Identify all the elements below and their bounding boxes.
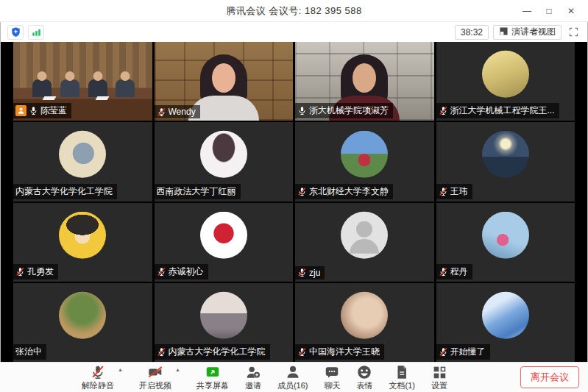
chat-button-label: 聊天 (324, 380, 340, 391)
participant-name-tag: 西南政法大学丁红丽 (155, 184, 241, 199)
docs-button-label: 文档(1) (389, 380, 414, 391)
participant-name-tag: 孔勇发 (13, 264, 58, 279)
participant-tile[interactable]: 陈莹蓝 (13, 42, 152, 121)
participant-name-tag: 程丹 (436, 264, 472, 279)
mic-muted-icon (297, 347, 307, 357)
participant-name: 赤诚初心 (169, 266, 204, 278)
participant-name: 程丹 (450, 266, 468, 278)
participant-tile[interactable]: 东北财经大学李文静 (295, 122, 434, 201)
speaker-view-button[interactable]: 演讲者视图 (493, 25, 562, 40)
settings-grid-icon (431, 364, 447, 380)
chat-button-group: 聊天 (324, 364, 340, 391)
participant-tile[interactable]: 开始懂了 (436, 283, 575, 362)
caret-up-icon[interactable]: ▲ (175, 367, 180, 372)
members-icon (285, 364, 301, 380)
attendee-figure (116, 79, 135, 97)
top-toolbar: 38:32 演讲者视图 (0, 22, 588, 42)
share-screen-button-group: 共享屏幕 (196, 364, 229, 391)
participant-tile[interactable]: 中国海洋大学王晓 (295, 283, 434, 362)
participant-tile[interactable]: 浙江大学机械工程学院王... (436, 42, 575, 121)
security-shield-icon[interactable] (7, 25, 24, 40)
members-button[interactable]: 成员(16) (277, 364, 308, 391)
participant-name-tag: 浙江大学机械工程学院王... (436, 103, 559, 118)
document-icon (394, 364, 410, 380)
close-button[interactable]: ✕ (560, 0, 582, 21)
participant-name: 内蒙古大学化学化工学院 (169, 346, 266, 358)
participant-name-tag: 内蒙古大学化学化工学院 (13, 184, 117, 199)
participant-name: 王玮 (450, 185, 468, 198)
bottom-control-bar: 解除静音▲开启视频▲共享屏幕邀请成员(16)聊天表情文档(1)设置 离开会议 (0, 362, 588, 392)
participant-tile[interactable]: 张治中 (13, 283, 152, 362)
members-button-label: 成员(16) (277, 380, 308, 391)
mic-muted-icon (15, 267, 25, 277)
participant-tile[interactable]: 王玮 (436, 122, 575, 201)
participant-avatar (341, 131, 388, 178)
participant-name: Wendy (169, 107, 196, 117)
settings-button-group: 设置 (431, 364, 447, 391)
participant-name: 西南政法大学丁红丽 (157, 185, 236, 198)
invite-button-label: 邀请 (245, 380, 261, 391)
meeting-timer: 38:32 (455, 25, 489, 40)
participant-tile[interactable]: Wendy (155, 42, 294, 121)
participant-tile[interactable]: 内蒙古大学化学化工学院 (155, 283, 294, 362)
mic-on-icon (29, 106, 38, 115)
participant-tile[interactable]: zju (295, 203, 434, 282)
participant-avatar (200, 131, 247, 178)
mic-muted-icon (157, 267, 166, 277)
settings-button[interactable]: 设置 (431, 364, 447, 391)
start-video-button[interactable]: 开启视频 (139, 364, 171, 391)
participant-tile[interactable]: 西南政法大学丁红丽 (155, 122, 294, 201)
participant-avatar (482, 51, 529, 98)
participant-name: 张治中 (15, 346, 42, 358)
video-grid: 陈莹蓝Wendy浙大机械学院项淑芳浙江大学机械工程学院王...内蒙古大学化学化工… (13, 42, 575, 362)
participant-tile[interactable]: 赤诚初心 (155, 203, 294, 282)
participant-name-tag: 赤诚初心 (155, 264, 208, 279)
fullscreen-icon[interactable] (566, 25, 581, 40)
chat-button[interactable]: 聊天 (324, 364, 340, 391)
invite-person-icon (245, 364, 261, 380)
emoji-button[interactable]: 表情 (356, 364, 372, 391)
participant-tile[interactable]: 内蒙古大学化学化工学院 (13, 122, 152, 201)
meeting-window: 腾讯会议 会议号: 182 395 588 — □ ✕ 38:32 演讲者视图 … (0, 0, 588, 392)
participant-avatar (341, 211, 388, 258)
participant-name-tag: 王玮 (436, 184, 472, 199)
leave-meeting-button[interactable]: 离开会议 (520, 366, 579, 388)
attendee-figure (60, 79, 79, 97)
network-signal-icon[interactable] (28, 25, 44, 40)
participant-name-tag: 中国海洋大学王晓 (295, 344, 384, 360)
docs-button-group: 文档(1) (389, 364, 414, 391)
mic-muted-icon (157, 107, 166, 117)
caret-up-icon[interactable]: ▲ (118, 367, 123, 372)
participant-name: 浙江大学机械工程学院王... (450, 104, 555, 117)
emoji-smiley-icon (356, 364, 372, 380)
participant-name: 开始懂了 (450, 346, 486, 358)
settings-button-label: 设置 (431, 380, 447, 391)
mic-muted-icon (297, 187, 307, 196)
unmute-button-label: 解除静音 (82, 380, 114, 391)
start-video-button-label: 开启视频 (139, 380, 171, 391)
participant-tile[interactable]: 浙大机械学院项淑芳 (295, 42, 434, 121)
control-buttons-row: 解除静音▲开启视频▲共享屏幕邀请成员(16)聊天表情文档(1)设置 (82, 364, 447, 391)
speaker-view-icon (499, 26, 509, 38)
mic-on-icon (297, 106, 307, 115)
participant-name: 东北财经大学李文静 (309, 185, 389, 198)
participant-avatar (200, 292, 247, 339)
maximize-button[interactable]: □ (538, 0, 560, 21)
participant-avatar (482, 292, 529, 339)
participant-name-tag: 浙大机械学院项淑芳 (295, 103, 393, 118)
participant-tile[interactable]: 程丹 (436, 203, 575, 282)
participant-name-tag: 东北财经大学李文静 (295, 184, 393, 199)
share-screen-button[interactable]: 共享屏幕 (196, 364, 229, 391)
participant-tile[interactable]: 孔勇发 (13, 203, 152, 282)
title-bar: 腾讯会议 会议号: 182 395 588 — □ ✕ (0, 0, 588, 22)
attendee-figure (32, 79, 52, 97)
unmute-button[interactable]: 解除静音 (82, 364, 114, 391)
participant-avatar (482, 211, 529, 258)
participant-avatar (200, 211, 247, 258)
minimize-button[interactable]: — (516, 0, 538, 21)
participant-name-tag: zju (295, 266, 325, 279)
participant-name: zju (309, 268, 320, 278)
docs-button[interactable]: 文档(1) (389, 364, 414, 391)
mic-muted-icon (439, 267, 448, 277)
invite-button[interactable]: 邀请 (245, 364, 261, 391)
